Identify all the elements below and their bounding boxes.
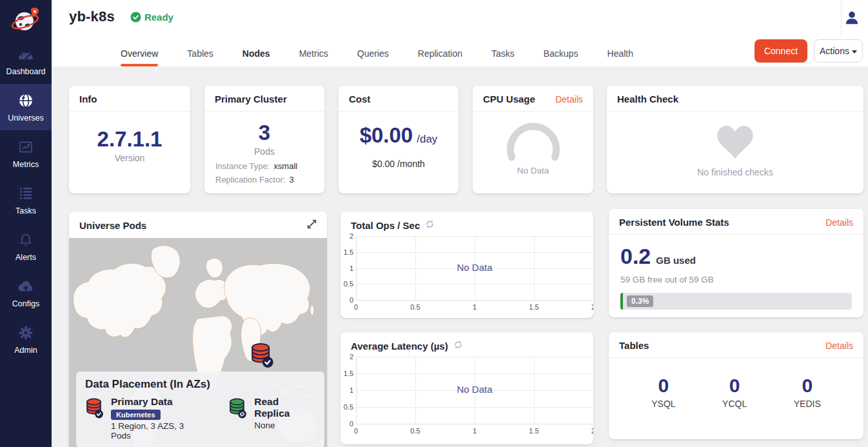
sidebar-item-label: Admin <box>0 346 52 355</box>
x-tick: 0.5 <box>410 427 420 435</box>
card-title: Cost <box>349 94 370 104</box>
ops-no-data: No Data <box>457 261 492 272</box>
sidebar-item-universes[interactable]: Universes <box>0 84 52 130</box>
x-tick: 1.5 <box>529 303 538 311</box>
world-map[interactable]: Data Placement (In AZs) <box>69 238 327 447</box>
tab-replication[interactable]: Replication <box>418 48 462 66</box>
pvs-details-link[interactable]: Details <box>825 217 853 228</box>
health-empty-note: No finished checks <box>607 167 863 177</box>
tasks-list-icon <box>0 185 52 202</box>
refresh-icon[interactable] <box>453 340 463 352</box>
x-tick: 1 <box>473 427 477 435</box>
cpu-usage-card: CPU Usage Details No Data <box>473 86 593 194</box>
read-replica-label: Read Replica <box>254 396 315 419</box>
y-tick: 1 <box>340 386 353 394</box>
kubernetes-badge: Kubernetes <box>111 410 161 420</box>
sidebar-item-tasks[interactable]: Tasks <box>0 177 52 223</box>
sidebar-item-label: Universes <box>0 114 52 123</box>
cost-per-month: $0.00 /month <box>339 159 459 169</box>
x-tick: 2 <box>591 427 593 435</box>
card-title: Universe Pods <box>79 220 146 231</box>
legend-title: Data Placement (In AZs) <box>85 378 315 391</box>
tab-tasks[interactable]: Tasks <box>491 48 515 66</box>
sidebar-item-metrics[interactable]: Metrics <box>0 130 52 177</box>
y-tick: 1.5 <box>340 370 353 377</box>
card-title: Health Check <box>617 94 678 104</box>
check-circle-icon <box>130 12 141 23</box>
version-value: 2.7.1.1 <box>69 127 190 152</box>
pods-map-marker-database-icon[interactable] <box>250 342 274 372</box>
connect-button[interactable]: Connect <box>755 39 807 63</box>
replication-factor-row: Replication Factor:3 <box>215 173 324 186</box>
sidebar-item-configs[interactable]: Configs <box>0 270 52 316</box>
legend-primary-data: Primary Data Kubernetes 1 Region, 3 AZS,… <box>85 396 204 441</box>
expand-icon[interactable] <box>307 219 317 231</box>
tab-overview[interactable]: Overview <box>121 48 158 66</box>
cost-card: Cost $0.00/day $0.00 /month <box>339 86 459 194</box>
status-label: Ready <box>144 12 173 23</box>
chevron-down-icon <box>852 50 857 54</box>
tab-nodes[interactable]: Nodes <box>242 48 270 66</box>
storage-progress-bar: 0.3% <box>620 293 852 310</box>
average-latency-chart-card: Average Latency (µs) 2 1.5 1 0.5 0 0 <box>340 332 593 444</box>
tab-tables[interactable]: Tables <box>187 48 213 66</box>
tab-health[interactable]: Health <box>607 48 633 66</box>
y-tick: 0.5 <box>340 280 353 288</box>
sidebar-item-alerts[interactable]: Alerts <box>0 223 52 270</box>
x-tick: 1.5 <box>529 427 538 435</box>
user-profile-icon[interactable] <box>843 10 860 29</box>
universe-pods-card: Universe Pods <box>69 212 327 447</box>
y-tick: 0 <box>340 420 353 428</box>
x-tick: 0.5 <box>410 303 420 311</box>
planet-rocket-logo-icon <box>10 5 42 37</box>
card-title: Average Latency (µs) <box>351 341 448 352</box>
tab-backups[interactable]: Backups <box>544 48 578 66</box>
instance-type-row: Instance Type:xsmall <box>215 159 324 173</box>
y-tick: 1 <box>340 264 353 272</box>
cost-per-day-value: $0.00 <box>360 123 413 147</box>
refresh-icon[interactable] <box>425 219 435 231</box>
yugabyte-logo[interactable] <box>0 0 52 37</box>
version-label: Version <box>69 153 190 163</box>
primary-data-label: Primary Data <box>111 396 204 408</box>
sidebar-item-label: Metrics <box>0 160 52 169</box>
ycql-stat: 0 YCQL <box>722 375 747 409</box>
card-title: Persistent Volume Stats <box>619 217 729 228</box>
dashboard-gauge-icon <box>0 46 52 63</box>
card-title: CPU Usage <box>483 94 535 104</box>
sidebar-item-label: Dashboard <box>0 67 52 76</box>
sidebar: Dashboard Universes Metrics <box>0 0 52 447</box>
cpu-details-link[interactable]: Details <box>555 94 583 104</box>
storage-percent-badge: 0.3% <box>627 295 653 307</box>
header: yb-k8s Ready Overview Tables Nodes Metri… <box>52 0 868 66</box>
status-badge: Ready <box>130 12 173 23</box>
sidebar-item-admin[interactable]: Admin <box>0 316 52 363</box>
x-tick: 0 <box>354 303 358 311</box>
x-tick: 0 <box>354 427 358 435</box>
health-check-card: Health Check No finished checks <box>607 86 863 194</box>
card-title: Primary Cluster <box>215 94 287 104</box>
ysql-stat: 0 YSQL <box>651 375 675 409</box>
x-tick: 1 <box>473 303 477 311</box>
sidebar-item-label: Configs <box>0 299 52 308</box>
yedis-stat: 0 YEDIS <box>794 375 821 409</box>
actions-dropdown-button[interactable]: Actions <box>814 39 863 63</box>
metrics-chart-icon <box>0 139 52 155</box>
heart-icon <box>716 126 754 159</box>
latency-no-data: No Data <box>457 383 492 394</box>
tab-metrics[interactable]: Metrics <box>299 48 328 66</box>
read-replica-detail: None <box>254 421 315 430</box>
tables-card: Tables Details 0 YSQL 0 YCQL 0 YEDIS <box>609 332 863 439</box>
cpu-no-data: No Data <box>473 166 593 175</box>
tables-details-link[interactable]: Details <box>825 341 853 351</box>
primary-data-database-icon <box>85 397 104 441</box>
overview-content: Info 2.7.1.1 Version Primary Cluster 3 P… <box>52 66 868 447</box>
sidebar-item-dashboard[interactable]: Dashboard <box>0 37 52 84</box>
universe-title: yb-k8s <box>69 8 115 25</box>
latency-chart-plot: 2 1.5 1 0.5 0 0 0.5 1 1.5 2 No Data <box>356 357 593 424</box>
y-tick: 0.5 <box>340 403 353 411</box>
card-title: Total Ops / Sec <box>351 220 420 231</box>
tab-queries[interactable]: Queries <box>357 48 389 66</box>
header-divider <box>841 0 842 36</box>
persistent-volume-stats-card: Persistent Volume Stats Details 0.2 GB u… <box>609 209 863 317</box>
